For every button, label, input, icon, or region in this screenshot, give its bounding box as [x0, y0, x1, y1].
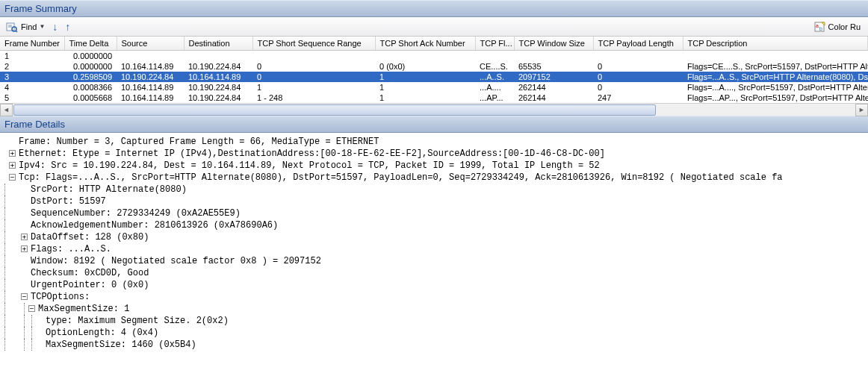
cell-num: 4	[0, 82, 64, 93]
scroll-left-button[interactable]: ◄	[0, 104, 13, 116]
col-tcp-description[interactable]: TCP Description	[683, 37, 868, 51]
col-frame-number[interactable]: Frame Number	[0, 37, 64, 51]
svg-text:a: a	[816, 23, 819, 28]
col-tcp-ack-num[interactable]: TCP Short Ack Number	[375, 37, 475, 51]
cell-flags: CE....S.	[475, 61, 514, 72]
table-row[interactable]: 10.0000000	[0, 51, 868, 62]
detail-frame[interactable]: Frame: Number = 3, Captured Frame Length…	[19, 136, 379, 148]
cell-delta: 0.0005668	[64, 93, 117, 103]
col-tcp-flags[interactable]: TCP Fl...	[475, 37, 514, 51]
find-prev-button[interactable]: ↑	[62, 19, 73, 34]
table-row[interactable]: 30.259850910.190.224.8410.164.114.8901..…	[0, 72, 868, 82]
detail-tcp[interactable]: Tcp: Flags=...A..S., SrcPort=HTTP Altern…	[19, 172, 783, 184]
detail-mss-type[interactable]: type: Maximum Segment Size. 2(0x2)	[46, 315, 229, 327]
cell-src: 10.164.114.89	[117, 82, 184, 93]
find-next-button[interactable]: ↓	[49, 19, 61, 34]
detail-dataoffset[interactable]: DataOffset: 128 (0x80)	[31, 231, 149, 243]
expand-dataoffset-icon[interactable]	[21, 234, 28, 240]
cell-win: 65535	[514, 61, 593, 72]
table-header-row: Frame Number Time Delta Source Destinati…	[0, 37, 868, 51]
cell-plen: 0	[593, 72, 683, 82]
col-tcp-seq-range[interactable]: TCP Short Sequence Range	[252, 37, 375, 51]
detail-mss-optlen[interactable]: OptionLength: 4 (0x4)	[46, 327, 158, 339]
col-source[interactable]: Source	[117, 37, 184, 51]
cell-win: 262144	[514, 93, 593, 103]
color-rules-button[interactable]: a b Color Ru	[810, 19, 864, 34]
detail-acknum[interactable]: AcknowledgementNumber: 2810613926 (0xA78…	[31, 219, 278, 231]
cell-flags: ...A..S.	[475, 72, 514, 82]
collapse-tcp-icon[interactable]	[9, 174, 16, 181]
frame-summary-table[interactable]: Frame Number Time Delta Source Destinati…	[0, 37, 868, 103]
collapse-tcpoptions-icon[interactable]	[21, 293, 28, 300]
cell-flags: ...AP...	[475, 93, 514, 103]
arrow-up-icon: ↑	[65, 21, 70, 33]
dropdown-caret-icon: ▼	[39, 23, 45, 30]
cell-src	[117, 51, 184, 62]
find-button[interactable]: Find ▼	[3, 19, 48, 34]
cell-dst: 10.190.224.84	[184, 61, 252, 72]
expand-ethernet-icon[interactable]	[9, 150, 16, 157]
cell-win: 2097152	[514, 72, 593, 82]
frame-details-tree[interactable]: Frame: Number = 3, Captured Frame Length…	[0, 133, 868, 354]
cell-plen: 0	[593, 61, 683, 72]
scroll-right-button[interactable]: ►	[855, 104, 868, 116]
detail-dstport[interactable]: DstPort: 51597	[31, 195, 106, 207]
col-time-delta[interactable]: Time Delta	[64, 37, 117, 51]
cell-seq: 1 - 248	[252, 93, 375, 103]
detail-tcpoptions[interactable]: TCPOptions:	[31, 291, 90, 303]
cell-plen: 247	[593, 93, 683, 103]
cell-flags	[475, 51, 514, 62]
frame-details-header: Frame Details	[0, 116, 868, 133]
cell-desc: Flags=CE....S., SrcPort=51597, DstPort=H…	[683, 61, 868, 72]
col-tcp-payload-len[interactable]: TCP Payload Length	[593, 37, 683, 51]
cell-num: 2	[0, 61, 64, 72]
cell-src: 10.164.114.89	[117, 61, 184, 72]
cell-num: 1	[0, 51, 64, 62]
table-row[interactable]: 20.000000010.164.114.8910.190.224.8400 (…	[0, 61, 868, 72]
detail-checksum[interactable]: Checksum: 0xCD0D, Good	[31, 267, 149, 279]
cell-seq: 0	[252, 72, 375, 82]
cell-desc	[683, 51, 868, 62]
cell-desc: Flags=...A...., SrcPort=51597, DstPort=H…	[683, 82, 868, 93]
table-row[interactable]: 50.000566810.164.114.8910.190.224.841 - …	[0, 93, 868, 103]
expand-flags-icon[interactable]	[21, 245, 28, 252]
arrow-down-icon: ↓	[52, 21, 58, 33]
summary-toolbar: Find ▼ ↓ ↑ a b Color Ru	[0, 17, 868, 37]
scroll-thumb[interactable]	[13, 104, 656, 116]
collapse-mss-icon[interactable]	[28, 305, 35, 312]
detail-mss[interactable]: MaxSegmentSize: 1	[38, 303, 129, 315]
cell-src: 10.190.224.84	[117, 72, 184, 82]
cell-delta: 0.2598509	[64, 72, 117, 82]
detail-window[interactable]: Window: 8192 ( Negotiated scale factor 0…	[31, 255, 321, 267]
table-row[interactable]: 40.000836610.164.114.8910.190.224.8411..…	[0, 82, 868, 93]
detail-flags[interactable]: Flags: ...A..S.	[31, 243, 111, 255]
detail-ipv4[interactable]: Ipv4: Src = 10.190.224.84, Dest = 10.164…	[19, 160, 600, 172]
detail-seqnum[interactable]: SequenceNumber: 2729334249 (0xA2AE55E9)	[31, 207, 241, 219]
col-tcp-win-size[interactable]: TCP Window Size	[514, 37, 593, 51]
cell-win: 262144	[514, 82, 593, 93]
cell-plen	[593, 51, 683, 62]
expand-ipv4-icon[interactable]	[9, 162, 16, 169]
find-label: Find	[21, 22, 37, 31]
cell-ack: 1	[375, 82, 475, 93]
cell-src: 10.164.114.89	[117, 93, 184, 103]
cell-flags: ...A....	[475, 82, 514, 93]
horizontal-scrollbar[interactable]: ◄ ►	[0, 103, 868, 116]
detail-srcport[interactable]: SrcPort: HTTP Alternate(8080)	[31, 184, 187, 195]
svg-line-4	[16, 31, 17, 32]
cell-delta: 0.0008366	[64, 82, 117, 93]
cell-seq: 1	[252, 82, 375, 93]
col-destination[interactable]: Destination	[184, 37, 252, 51]
detail-mss-size[interactable]: MaxSegmentSize: 1460 (0x5B4)	[46, 339, 196, 351]
detail-ethernet[interactable]: Ethernet: Etype = Internet IP (IPv4),Des…	[19, 148, 605, 160]
cell-dst: 10.164.114.89	[184, 72, 252, 82]
frame-summary-title: Frame Summary	[4, 3, 77, 14]
cell-num: 5	[0, 93, 64, 103]
cell-plen: 0	[593, 82, 683, 93]
svg-text:b: b	[819, 26, 822, 31]
detail-urgent[interactable]: UrgentPointer: 0 (0x0)	[31, 279, 149, 291]
cell-seq	[252, 51, 375, 62]
cell-dst	[184, 51, 252, 62]
color-rules-label: Color Ru	[828, 22, 861, 31]
color-rules-icon: a b	[813, 21, 825, 33]
